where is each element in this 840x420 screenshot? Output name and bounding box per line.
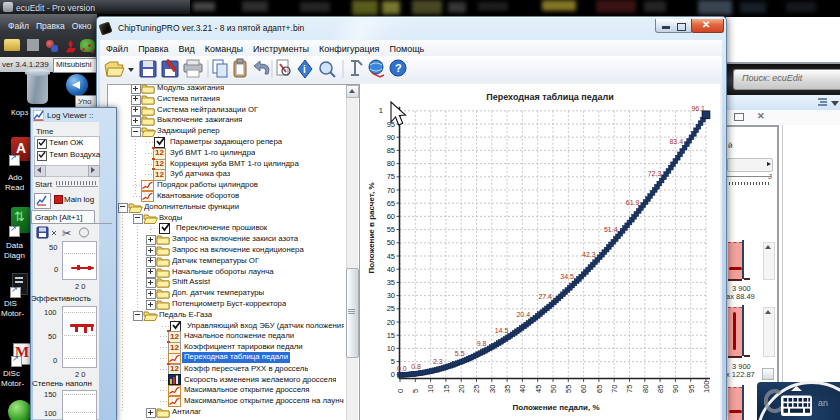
svg-text:30: 30 [488,385,497,393]
svg-text:20: 20 [387,318,395,327]
svg-text:15: 15 [387,331,395,340]
svg-text:15: 15 [442,385,451,393]
svg-text:60: 60 [387,212,395,221]
svg-text:45: 45 [534,385,543,393]
svg-text:5.5: 5.5 [455,350,465,357]
svg-text:30: 30 [387,291,395,300]
svg-text:65: 65 [595,385,604,393]
svg-text:70: 70 [387,186,395,195]
svg-text:85: 85 [656,385,665,393]
svg-text:42.3: 42.3 [582,251,596,258]
svg-text:Переходная таблица педали: Переходная таблица педали [486,92,613,102]
svg-text:20: 20 [457,385,466,393]
svg-text:100: 100 [702,380,711,393]
svg-text:65: 65 [387,199,395,208]
svg-text:95: 95 [687,385,696,393]
svg-text:80: 80 [387,159,395,168]
svg-text:90: 90 [671,385,680,393]
svg-text:?: ? [395,62,402,74]
svg-text:35: 35 [503,385,512,393]
svg-text:72.3: 72.3 [648,170,662,177]
svg-text:2.3: 2.3 [433,358,443,365]
svg-text:0: 0 [391,370,395,379]
svg-text:55: 55 [387,225,395,234]
svg-text:40: 40 [518,385,527,393]
svg-text:51.4: 51.4 [604,226,618,233]
svg-text:75: 75 [387,172,395,181]
svg-text:40: 40 [387,265,395,274]
svg-text:10: 10 [387,344,395,353]
svg-text:Положение в расчет, %: Положение в расчет, % [367,182,376,273]
svg-text:✂: ✂ [62,227,71,239]
svg-text:20.4: 20.4 [516,311,530,318]
svg-text:61.9: 61.9 [626,199,640,206]
svg-text:45: 45 [387,252,395,261]
svg-text:5: 5 [391,357,395,366]
svg-text:0.8: 0.8 [411,363,421,370]
svg-text:50: 50 [387,238,395,247]
svg-text:35: 35 [387,278,395,287]
svg-text:5: 5 [411,389,420,393]
svg-text:90: 90 [387,133,395,142]
svg-text:70: 70 [610,385,619,393]
svg-text:14.5: 14.5 [495,327,509,334]
svg-text:25: 25 [387,304,395,313]
svg-text:55: 55 [564,385,573,393]
svg-text:9.8: 9.8 [477,340,487,347]
svg-text:10: 10 [426,385,435,393]
svg-text:25: 25 [472,385,481,393]
svg-text:83.4: 83.4 [669,138,683,145]
svg-text:60: 60 [579,385,588,393]
svg-text:34.5: 34.5 [560,273,574,280]
svg-text:85: 85 [387,146,395,155]
svg-text:0.0: 0.0 [397,365,407,372]
svg-text:Положение педали, %: Положение педали, % [513,403,600,412]
svg-text:80: 80 [641,385,650,393]
svg-text:96.1: 96.1 [691,105,705,112]
svg-text:50: 50 [549,385,558,393]
svg-text:75: 75 [625,385,634,393]
svg-text:0: 0 [396,389,405,393]
svg-text:1: 1 [379,106,383,115]
svg-text:i: i [303,64,306,75]
svg-text:27.4: 27.4 [538,293,552,300]
